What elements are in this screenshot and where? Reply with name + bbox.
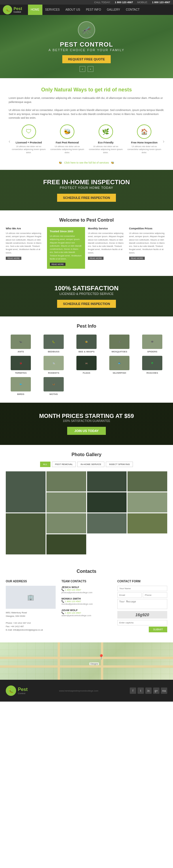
hero-next-arrow[interactable]: › [88, 66, 93, 72]
pest-roaches-img: 🪲 [142, 356, 162, 370]
nav-item-pest-info[interactable]: Pest Info [83, 5, 104, 15]
pest-birds[interactable]: 🐦 BIRDS [6, 377, 36, 396]
gallery-tab-insect[interactable]: INSECT SPRAYING [106, 462, 133, 467]
team-member-jesica: JESICA WOLF 1 800 123 4567 jessica@pestc… [61, 586, 111, 594]
gallery-image-12 [46, 534, 86, 554]
address-fax: Fax: +44 1412 487 [6, 625, 56, 628]
nav-item-services[interactable]: Services [42, 5, 63, 15]
pest-termites[interactable]: 🐞 TERMITES [6, 356, 36, 374]
hero-prev-arrow[interactable]: ‹ [80, 66, 85, 72]
hero-section: 🦟 PEST CONTROL A BETTER CHOICE FOR YOUR … [0, 15, 173, 78]
main-nav: 🐛 Pest Control Home Services About Us Pe… [0, 5, 173, 15]
gallery-tab-all[interactable]: ALL [40, 462, 50, 467]
pest-spiders[interactable]: 🕷 SPIDERS [137, 335, 167, 353]
natural-ways-heading: Only Natural Ways to get rid of nests [9, 87, 164, 93]
shield-icon: 🛡 [22, 124, 36, 139]
member2-email: monika@pestcontrolcollege.com [61, 603, 111, 605]
pest-bees-label: BEE & WASPS [78, 350, 95, 353]
bee-decorative-left: 🐝 [59, 161, 62, 164]
pest-info-section: Pest Info 🐜 ANTS 🐛 BEDBUGS 🐝 BEE & WASPS… [0, 316, 173, 403]
address-col-title: OUR ADDRESS [6, 580, 56, 583]
inspection-title: FREE IN-HOME INSPECTION [43, 179, 130, 186]
services-link[interactable]: Click here to see the full list of servi… [64, 161, 109, 164]
bee-icon: 🐝 [60, 124, 74, 139]
pest-silverfish[interactable]: 🐟 SILVERFISH [104, 356, 134, 374]
inspection-cta-button[interactable]: Schedule Free Inspection [57, 194, 116, 202]
pest-ants[interactable]: 🐜 ANTS [6, 335, 36, 353]
features-prev-arrow[interactable]: ‹ [9, 139, 10, 144]
pest-birds-img: 🐦 [11, 377, 31, 392]
hero-cta-button[interactable]: Request Free Quote [62, 55, 111, 63]
welcome-col4-text: Ut ultrices nisi consectetur adipiscing … [129, 232, 168, 254]
social-googleplus[interactable]: g+ [153, 687, 159, 694]
map-road-horizontal-2 [0, 665, 173, 668]
read-more-link-4[interactable]: READ MORE [129, 257, 145, 260]
nav-item-home[interactable]: Home [28, 5, 42, 15]
social-twitter[interactable]: t [138, 687, 144, 694]
pest-grid: 🐜 ANTS 🐛 BEDBUGS 🐝 BEE & WASPS 🦟 MOSQUIT… [6, 335, 167, 396]
footer-social: f t in g+ rss [130, 687, 167, 694]
feature-inspection: 🏠 Free Hone Inspection Ut ultrices nisi … [127, 124, 162, 154]
phone-field[interactable] [143, 592, 167, 598]
feature-licensed-title: Licensed = Protected [11, 141, 46, 144]
pest-mosquitoes-label: MOSQUITOES [112, 350, 127, 353]
name-field[interactable] [117, 586, 167, 591]
pest-rodents[interactable]: 🐀 RODENTS [39, 356, 69, 374]
inspection-subtitle: PROTECT YOUR HOME TODAY [60, 186, 113, 189]
pest-roaches[interactable]: 🪲 ROACHES [137, 356, 167, 374]
natural-ways-intro: Lorem ipsum dolor sit amet, consectetur … [9, 96, 164, 104]
read-more-link-2[interactable]: READ MORE [50, 263, 66, 266]
logo-text: Pest [14, 7, 22, 11]
email-field[interactable] [117, 592, 142, 598]
address-email: E-mail: info@pestcontrolglasgow.co.uk [6, 628, 56, 632]
pest-bedbugs-label: BEDBUGS [48, 350, 59, 353]
pest-info-title: Pest Info [6, 323, 167, 329]
form-col-title: CONTACT FORM [117, 580, 167, 583]
pest-rodents-img: 🐀 [44, 356, 64, 370]
social-facebook[interactable]: f [130, 687, 136, 694]
read-more-link-1[interactable]: READ MORE [6, 257, 21, 260]
pest-bees[interactable]: 🐝 BEE & WASPS [72, 335, 101, 353]
satisfaction-subtitle: LICENSED & PROTECTED SERVICE [9, 292, 164, 296]
pest-bees-img: 🐝 [76, 335, 97, 349]
message-field[interactable] [117, 599, 167, 609]
read-more-link-3[interactable]: READ MORE [88, 257, 103, 260]
map-section[interactable]: 📍 Glasgow [0, 642, 173, 680]
inspection-banner: FREE IN-HOME INSPECTION PROTECT YOUR HOM… [0, 170, 173, 210]
nav-item-contact[interactable]: Contact [123, 5, 143, 15]
natural-ways-detail: Ut ultrices nisi dolor vel ex consectetu… [9, 108, 164, 120]
welcome-col2-title: Trusted Since 2003 [50, 230, 82, 233]
nav-item-gallery[interactable]: Gallery [104, 5, 123, 15]
footer-url: www.hereisapestimprovedcollege.com [59, 689, 98, 692]
captcha-input[interactable] [117, 620, 167, 625]
satisfaction-banner: 100% SATISFACTION LICENSED & PROTECTED S… [0, 276, 173, 316]
pest-moths-label: MOTHS [50, 393, 58, 396]
pest-ants-img: 🐜 [11, 335, 31, 349]
address-phone: Phone: +44 1412 437 214 [6, 621, 56, 625]
pest-bedbugs[interactable]: 🐛 BEDBUGS [39, 335, 69, 353]
gallery-title: Photo Gallery [6, 452, 167, 457]
welcome-competitive: Competitive Prices Ut ultrices nisi cons… [129, 227, 168, 269]
map-road-vertical-2 [101, 642, 103, 680]
pest-spiders-img: 🕷 [142, 335, 162, 349]
welcome-col4-title: Competitive Prices [129, 227, 168, 230]
prices-cta-button[interactable]: Join Us Today [67, 427, 106, 435]
social-linkedin[interactable]: in [145, 687, 152, 694]
team-member-monika: MONIKA SMITH 1 800 123 4567 monika@pestc… [61, 597, 111, 605]
features-grid: 🛡 Licensed = Protected Ut ultrices nisi … [11, 124, 161, 154]
call-label: CALL TODAY: [94, 1, 111, 4]
features-next-arrow[interactable]: › [163, 139, 164, 144]
pest-spiders-label: SPIDERS [147, 350, 157, 353]
pest-mosquitoes[interactable]: 🦟 MOSQUITOES [104, 335, 134, 353]
prices-banner: MONTH PRICES STARTING AT $59 100% SATISF… [0, 403, 173, 445]
gallery-tab-pest-removal[interactable]: PEST REMOVAL [52, 462, 76, 467]
pest-fleas[interactable]: 🦗 FLEAS [72, 356, 101, 374]
satisfaction-cta-button[interactable]: Schedule Free Inspection [57, 300, 116, 308]
pest-icon: 🦟 [81, 25, 92, 35]
social-rss[interactable]: rss [161, 687, 167, 694]
nav-item-about[interactable]: About Us [63, 5, 83, 15]
pest-moths[interactable]: 🦋 MOTHS [39, 377, 69, 396]
gallery-tab-inhouse[interactable]: IN-HOME SERVICE [77, 462, 104, 467]
submit-button[interactable]: SUBMIT [149, 626, 167, 632]
map-pin: 📍 [98, 654, 104, 660]
